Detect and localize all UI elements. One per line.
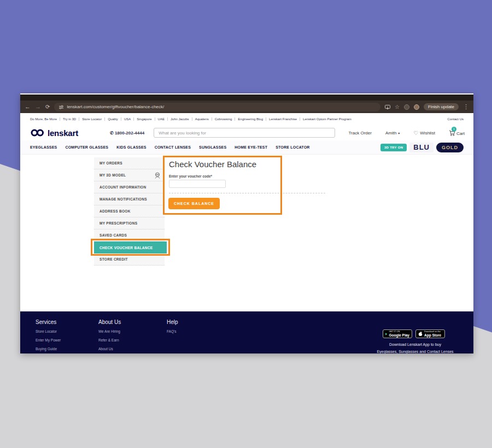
utility-link[interactable]: Do More, Be More bbox=[30, 117, 60, 121]
header-actions: Track Order Amith ▾ ♡ Wishlist 1 Cart bbox=[349, 130, 465, 136]
phone-icon: ✆ bbox=[110, 131, 114, 135]
footer-heading: Help bbox=[167, 319, 178, 325]
utility-link[interactable]: Aqualens bbox=[192, 117, 212, 121]
badge-bottom-text: Google Play bbox=[389, 333, 409, 337]
account-menu[interactable]: Amith ▾ bbox=[385, 131, 400, 135]
app-badges: GET IT ON Google Play Download on the Ap… bbox=[383, 329, 445, 338]
footer-link[interactable]: Store Locator bbox=[36, 329, 61, 333]
phone-text: 1800-202-4444 bbox=[115, 131, 144, 135]
url-text: lenskart.com/customer/giftvoucher/balanc… bbox=[67, 104, 164, 109]
sidebar-item-label: SAVED CARDS bbox=[99, 233, 127, 237]
footer-link[interactable]: We Are Hiring bbox=[98, 329, 121, 333]
sidebar-item-label: ADDRESS BOOK bbox=[99, 209, 131, 213]
address-bar[interactable]: lenskart.com/customer/giftvoucher/balanc… bbox=[54, 103, 380, 111]
nav-item-eyeglasses[interactable]: EYEGLASSES bbox=[30, 145, 57, 149]
sidebar-item-my-prescriptions[interactable]: MY PRESCRIPTIONS bbox=[94, 217, 165, 229]
browser-toolbar: ← → ⟳ lenskart.com/customer/giftvoucher/… bbox=[20, 101, 473, 113]
apple-icon bbox=[418, 331, 423, 337]
brand-name: lenskart bbox=[48, 128, 78, 138]
nav-item-contact-lenses[interactable]: CONTACT LENSES bbox=[155, 145, 191, 149]
utility-link[interactable]: John Jacobs bbox=[168, 117, 192, 121]
menu-more-icon[interactable]: ⋮ bbox=[463, 104, 469, 110]
nav-item-home-eye-test[interactable]: HOME EYE-TEST bbox=[235, 145, 267, 149]
footer-heading: Services bbox=[36, 319, 61, 325]
lenskart-logo[interactable]: lenskart bbox=[30, 128, 78, 138]
footer-link[interactable]: Enter My Power bbox=[36, 338, 61, 342]
page-title: Check Voucher Balance bbox=[169, 160, 256, 169]
3d-try-on-button[interactable]: 3D TRY ON bbox=[380, 144, 407, 151]
utility-link[interactable]: Lenskart Franchise bbox=[266, 117, 300, 121]
phone-number[interactable]: ✆ 1800-202-4444 bbox=[110, 131, 144, 135]
sidebar-item-saved-cards[interactable]: SAVED CARDS bbox=[94, 229, 165, 241]
extension-icon[interactable] bbox=[404, 104, 409, 110]
heart-icon: ♡ bbox=[413, 130, 418, 136]
utility-link[interactable]: Engineering Blog bbox=[235, 117, 266, 121]
search-input[interactable] bbox=[154, 128, 335, 138]
utility-link[interactable]: Cobrowsing bbox=[212, 117, 236, 121]
finish-update-button[interactable]: Finish update bbox=[424, 103, 459, 110]
profile-avatar[interactable] bbox=[414, 104, 419, 110]
footer-col-services: Services Store Locator Enter My Power Bu… bbox=[36, 319, 61, 353]
footer-link[interactable]: FAQ's bbox=[167, 329, 178, 333]
cart-label: Cart bbox=[456, 131, 465, 136]
utility-link[interactable]: Singapore bbox=[134, 117, 155, 121]
reload-icon[interactable]: ⟳ bbox=[45, 104, 50, 110]
check-balance-button[interactable]: CHECK BALANCE bbox=[168, 198, 220, 209]
track-order-link[interactable]: Track Order bbox=[349, 131, 372, 135]
gold-button[interactable]: GOLD bbox=[436, 143, 464, 152]
wishlist-link[interactable]: ♡ Wishlist bbox=[413, 130, 435, 136]
nav-item-computer-glasses[interactable]: COMPUTER GLASSES bbox=[65, 145, 108, 149]
sidebar-item-label: MY 3D MODEL bbox=[99, 173, 126, 177]
app-store-badge[interactable]: Download on the App Store bbox=[415, 329, 445, 338]
forward-icon[interactable]: → bbox=[35, 104, 41, 110]
bookmark-star-icon[interactable]: ☆ bbox=[395, 104, 400, 110]
footer-col-help: Help FAQ's bbox=[167, 319, 178, 338]
wishlist-label: Wishlist bbox=[420, 131, 435, 135]
3d-model-face-icon bbox=[155, 172, 160, 179]
google-play-badge[interactable]: GET IT ON Google Play bbox=[383, 329, 412, 338]
nav-item-sunglasses[interactable]: SUNGLASSES bbox=[199, 145, 226, 149]
cart-link[interactable]: 1 Cart bbox=[449, 130, 465, 136]
footer-heading: About Us bbox=[98, 319, 121, 325]
sidebar-item-label: STORE CREDIT bbox=[99, 257, 128, 261]
sidebar-item-label: MY ORDERS bbox=[99, 161, 122, 165]
voucher-code-input[interactable] bbox=[169, 180, 226, 188]
footer-link[interactable]: Refer & Earn bbox=[98, 338, 121, 342]
sidebar-item-label: CHECK VOUCHER BALANCE bbox=[99, 246, 153, 250]
browser-tab-strip bbox=[20, 93, 473, 101]
contact-us-link[interactable]: Contact Us bbox=[447, 117, 464, 121]
utility-links: Do More, Be More Try in 3D Store Locator… bbox=[30, 117, 354, 121]
voucher-code-label: Enter your voucher code* bbox=[169, 174, 212, 178]
account-sidebar: MY ORDERS MY 3D MODEL ACCOUNT INFORMATIO… bbox=[94, 157, 165, 266]
site-header: lenskart ✆ 1800-202-4444 Track Order Ami… bbox=[20, 125, 473, 140]
download-app-text-line2: Eyeglasses, Sunglasses and Contact Lense… bbox=[348, 350, 473, 353]
sidebar-item-my-3d-model[interactable]: MY 3D MODEL bbox=[94, 169, 165, 181]
sidebar-item-manage-notifications[interactable]: MANAGE NOTIFICATIONS bbox=[94, 193, 165, 205]
sidebar-item-label: MANAGE NOTIFICATIONS bbox=[99, 197, 147, 201]
utility-link[interactable]: USA bbox=[121, 117, 134, 121]
sidebar-item-store-credit[interactable]: STORE CREDIT bbox=[94, 254, 165, 266]
utility-link[interactable]: Store Locator bbox=[79, 117, 105, 121]
sidebar-item-address-book[interactable]: ADDRESS BOOK bbox=[94, 205, 165, 217]
utility-link[interactable]: Try in 3D bbox=[60, 117, 79, 121]
blu-button[interactable]: BLU bbox=[409, 143, 434, 152]
sidebar-item-my-orders[interactable]: MY ORDERS bbox=[94, 157, 165, 169]
main-nav: EYEGLASSES COMPUTER GLASSES KIDS GLASSES… bbox=[20, 140, 473, 155]
utility-link[interactable]: UAE bbox=[155, 117, 168, 121]
footer-link[interactable]: Buying Guide bbox=[36, 347, 61, 351]
sidebar-item-account-information[interactable]: ACCOUNT INFORMATION bbox=[94, 181, 165, 193]
utility-link[interactable]: Quality bbox=[105, 117, 121, 121]
send-tab-icon[interactable] bbox=[385, 104, 390, 110]
back-icon[interactable]: ← bbox=[25, 104, 31, 110]
nav-item-kids-glasses[interactable]: KIDS GLASSES bbox=[116, 145, 147, 149]
account-content-area: MY ORDERS MY 3D MODEL ACCOUNT INFORMATIO… bbox=[20, 155, 473, 311]
footer-link[interactable]: About Us bbox=[98, 347, 121, 351]
nav-item-store-locator[interactable]: STORE LOCATOR bbox=[276, 145, 310, 149]
google-play-icon bbox=[385, 332, 387, 337]
site-settings-icon[interactable] bbox=[59, 105, 63, 109]
utility-link[interactable]: Lenskart Optom Partner Program bbox=[300, 117, 354, 121]
utility-nav: Do More, Be More Try in 3D Store Locator… bbox=[20, 113, 473, 125]
divider bbox=[169, 193, 325, 193]
sidebar-item-check-voucher-balance[interactable]: CHECK VOUCHER BALANCE bbox=[94, 241, 167, 254]
account-name: Amith bbox=[385, 131, 396, 135]
